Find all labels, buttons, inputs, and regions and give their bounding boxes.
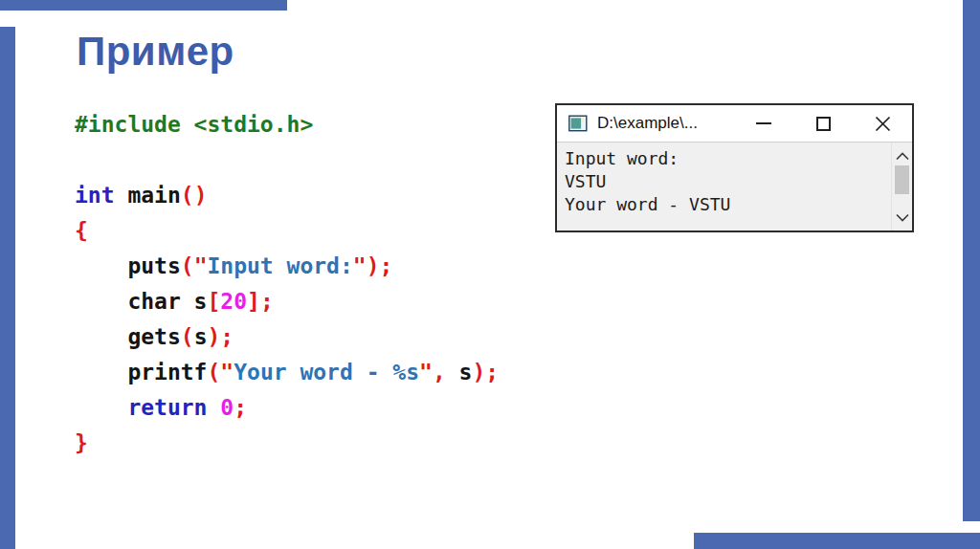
right-accent-bar	[963, 0, 980, 521]
scrollbar-thumb[interactable]	[895, 165, 909, 194]
code-line: }	[75, 426, 499, 461]
console-output-line: Your word - VSTU	[565, 193, 891, 216]
code-line: printf("Your word - %s", s);	[75, 355, 499, 390]
left-accent-bar	[0, 27, 15, 549]
code-line: puts("Input word:");	[75, 249, 499, 284]
code-line: int main()	[75, 178, 499, 213]
console-output-line: VSTU	[565, 170, 891, 193]
code-line: {	[75, 213, 499, 249]
code-line: char s[20];	[75, 284, 499, 319]
close-icon[interactable]	[853, 105, 912, 143]
console-titlebar[interactable]: D:\example\...	[557, 105, 912, 143]
console-output: Input word:VSTUYour word - VSTU	[557, 143, 891, 231]
minimize-icon[interactable]	[734, 105, 793, 143]
scrollbar[interactable]	[891, 143, 912, 231]
code-line: return 0;	[75, 390, 499, 426]
code-line: gets(s);	[75, 319, 499, 355]
window-controls	[734, 105, 912, 143]
bottom-accent-bar	[694, 533, 980, 549]
console-window-title: D:\example\...	[597, 114, 698, 133]
scroll-down-icon[interactable]	[896, 209, 909, 226]
code-line: #include <stdio.h>	[75, 107, 499, 143]
scroll-up-icon[interactable]	[896, 147, 909, 165]
top-accent-bar	[0, 0, 287, 11]
console-window: D:\example\... Input word:VSTUYour word …	[555, 103, 914, 232]
code-block: #include <stdio.h> int main(){ puts("Inp…	[75, 107, 499, 461]
maximize-icon[interactable]	[793, 105, 853, 143]
console-content: Input word:VSTUYour word - VSTU	[557, 143, 912, 231]
code-line	[75, 143, 499, 178]
console-icon	[568, 115, 588, 132]
console-output-line: Input word:	[565, 147, 891, 170]
slide-title: Пример	[77, 29, 234, 75]
